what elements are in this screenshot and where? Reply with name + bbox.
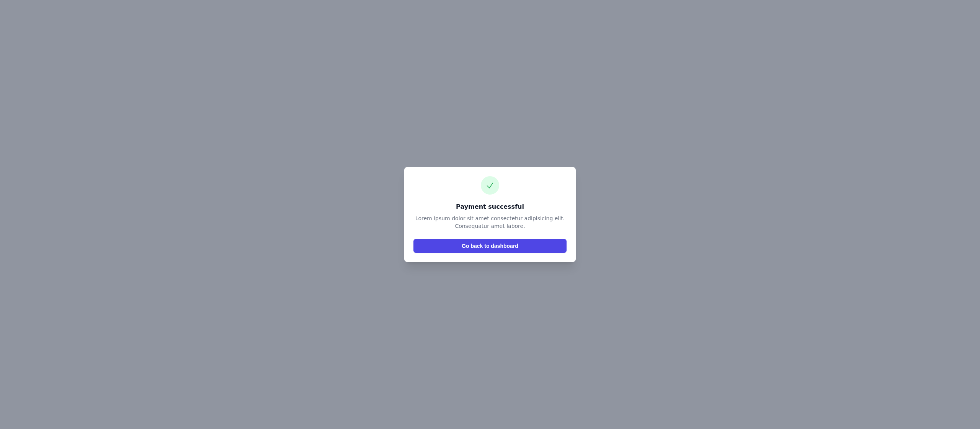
dialog-content: Payment successful Lorem ipsum dolor sit… bbox=[413, 176, 567, 230]
dialog-description-wrapper: Lorem ipsum dolor sit amet consectetur a… bbox=[413, 215, 567, 230]
go-back-to-dashboard-button[interactable]: Go back to dashboard bbox=[413, 239, 567, 253]
dialog-text-content: Payment successful Lorem ipsum dolor sit… bbox=[413, 202, 567, 230]
dialog-panel: Payment successful Lorem ipsum dolor sit… bbox=[404, 167, 576, 262]
success-icon-wrapper bbox=[481, 176, 499, 195]
check-icon bbox=[485, 181, 495, 190]
dialog-container: Payment successful Lorem ipsum dolor sit… bbox=[0, 0, 980, 429]
dialog-description: Lorem ipsum dolor sit amet consectetur a… bbox=[413, 215, 567, 230]
dialog-actions: Go back to dashboard bbox=[413, 239, 567, 253]
dialog-title: Payment successful bbox=[413, 202, 567, 211]
